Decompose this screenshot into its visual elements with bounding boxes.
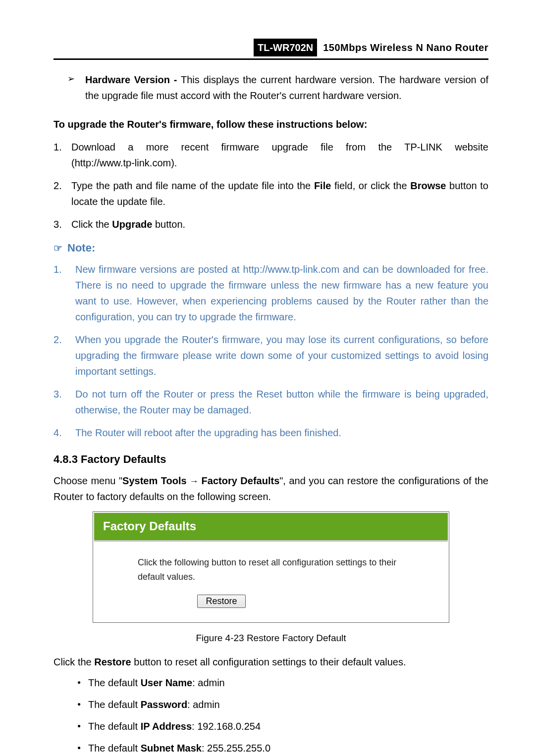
hardware-version-list: Hardware Version - This displays the cur… [54, 72, 488, 103]
model-badge: TL-WR702N [254, 39, 317, 56]
note-1-a: New firmware versions are posted at [75, 264, 243, 275]
d3b: IP Address [141, 721, 192, 732]
note-list: New firmware versions are posted at http… [54, 261, 488, 441]
hardware-version-label: Hardware Version - [85, 74, 181, 85]
upgrade-instructions-heading: To upgrade the Router's firmware, follow… [54, 116, 488, 132]
panel-header: Factory Defaults [93, 512, 449, 540]
intro-factory-defaults: Factory Defaults [202, 475, 280, 486]
d3a: The default [88, 721, 141, 732]
note-header: ☞ Note: [54, 239, 488, 256]
step-2-browse: Browse [410, 180, 446, 191]
arrow-icon: → [187, 476, 202, 486]
step-1-c: ). [171, 157, 177, 168]
default-password: The default Password: admin [77, 697, 488, 712]
intro-system-tools: System Tools [122, 475, 187, 486]
section-intro: Choose menu "System Tools → Factory Defa… [54, 473, 488, 504]
d4a: The default [88, 743, 141, 754]
d1a: The default [88, 677, 141, 688]
figure-wrap: Factory Defaults Click the following but… [93, 511, 449, 623]
model-description: 150Mbps Wireless N Nano Router [323, 40, 488, 55]
restore-description: Click the Restore button to reset all co… [54, 654, 488, 670]
restore-desc-b: Restore [94, 656, 131, 667]
note-1-url: http://www.tp-link.com [243, 264, 340, 275]
d1c: : admin [192, 677, 225, 688]
section-number: 4.8.3 [54, 453, 78, 465]
step-3: Click the Upgrade button. [54, 216, 488, 232]
restore-button[interactable]: Restore [197, 595, 245, 608]
header-divider [54, 58, 488, 60]
step-2-c: field, or click the [331, 180, 410, 191]
d1b: User Name [141, 677, 193, 688]
d4b: Subnet Mask [141, 743, 202, 754]
header: TL-WR702N 150Mbps Wireless N Nano Router [54, 39, 488, 56]
step-3-a: Click the [71, 219, 112, 230]
figure-caption: Figure 4-23 Restore Factory Default [54, 631, 488, 646]
default-subnet: The default Subnet Mask: 255.255.255.0 [77, 740, 488, 756]
step-2-file: File [314, 180, 331, 191]
d4c: : 255.255.255.0 [202, 743, 270, 754]
step-1: Download a more recent firmware upgrade … [54, 139, 488, 171]
d2a: The default [88, 699, 141, 710]
defaults-list: The default User Name: admin The default… [54, 675, 488, 756]
panel-body: Click the following button to reset all … [93, 542, 449, 623]
note-label: Note: [67, 239, 95, 256]
note-4: The Router will reboot after the upgradi… [54, 425, 488, 441]
section-heading: 4.8.3 Factory Defaults [54, 451, 488, 468]
d3c: : 192.168.0.254 [192, 721, 261, 732]
pointing-hand-icon: ☞ [54, 240, 62, 256]
section-title: Factory Defaults [78, 453, 166, 465]
restore-desc-c: button to reset all configuration settin… [131, 656, 406, 667]
hardware-version-item: Hardware Version - This displays the cur… [67, 72, 488, 103]
default-ip: The default IP Address: 192.168.0.254 [77, 718, 488, 734]
d2b: Password [141, 699, 187, 710]
step-3-c: button. [152, 219, 185, 230]
step-3-upgrade: Upgrade [112, 219, 152, 230]
d2c: : admin [187, 699, 220, 710]
intro-a: Choose menu " [54, 475, 122, 486]
step-2-a: Type the path and file name of the updat… [71, 180, 314, 191]
restore-desc-a: Click the [54, 656, 94, 667]
note-1: New firmware versions are posted at http… [54, 261, 488, 325]
panel-message: Click the following button to reset all … [138, 555, 404, 584]
default-username: The default User Name: admin [77, 675, 488, 691]
note-3: Do not turn off the Router or press the … [54, 386, 488, 418]
page-container: TL-WR702N 150Mbps Wireless N Nano Router… [0, 0, 535, 756]
panel-title: Factory Defaults [103, 519, 196, 533]
factory-defaults-panel: Factory Defaults Click the following but… [93, 511, 449, 623]
upgrade-steps: Download a more recent firmware upgrade … [54, 139, 488, 232]
note-2: When you upgrade the Router's firmware, … [54, 332, 488, 379]
step-2: Type the path and file name of the updat… [54, 178, 488, 209]
step-1-url: http://www.tp-link.com [75, 157, 171, 168]
